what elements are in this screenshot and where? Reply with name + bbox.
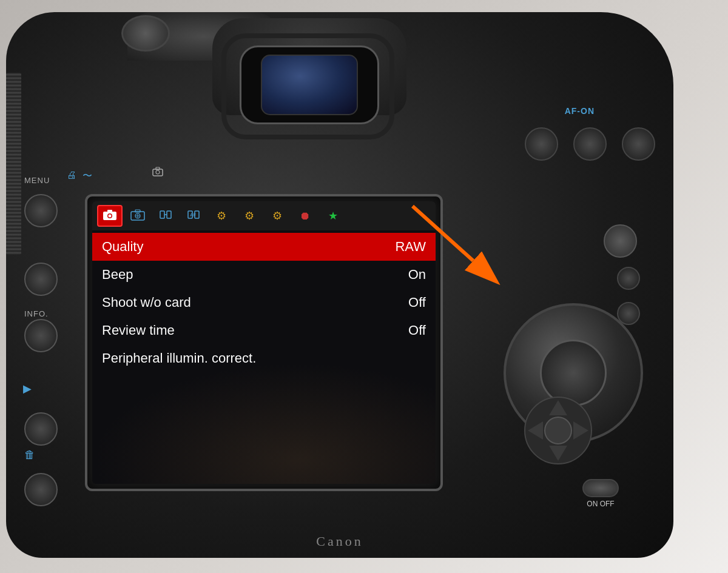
quality-label: Quality	[102, 239, 395, 255]
rear-button-2[interactable]	[617, 302, 640, 325]
shoot-wo-card-label: Shoot w/o card	[102, 295, 408, 310]
svg-point-6	[109, 214, 112, 217]
tab-shooting2[interactable]	[125, 205, 150, 227]
trash-icon: 🗑	[24, 449, 35, 461]
menu-label: MENU	[24, 176, 50, 185]
tab-custom3[interactable]: ⚙	[265, 205, 290, 227]
shoot-wo-card-value: Off	[408, 295, 426, 310]
svg-text:AF: AF	[190, 212, 196, 218]
beep-label: Beep	[102, 267, 408, 283]
quality-value: RAW	[395, 239, 426, 255]
rear-button-cluster	[617, 267, 640, 325]
peripheral-label: Peripheral illumin. correct.	[102, 350, 426, 366]
top-right-button-1[interactable]	[525, 127, 558, 161]
strap	[6, 73, 21, 255]
review-time-label: Review time	[102, 323, 408, 338]
menu-item-beep[interactable]: Beep On	[92, 261, 436, 289]
scene: AF-ON MENU 🖨 〜	[0, 0, 728, 573]
eyepiece-inner	[261, 55, 358, 115]
nav-icons: 🖨 〜	[67, 170, 92, 183]
four-way-nav	[522, 394, 595, 467]
tab-af2[interactable]: AF	[181, 205, 206, 227]
tab-shooting1[interactable]	[97, 205, 123, 227]
top-right-button-3[interactable]	[622, 127, 655, 161]
left-button-4[interactable]	[24, 412, 58, 446]
custom1-icon: ⚙	[217, 209, 226, 223]
tab-custom1[interactable]: ⚙	[209, 205, 234, 227]
tab-af1[interactable]	[153, 205, 178, 227]
top-dial[interactable]	[121, 15, 170, 52]
svg-rect-12	[160, 211, 164, 218]
camera-icon-small	[152, 167, 164, 178]
left-button-group	[24, 194, 58, 357]
tab-playback[interactable]: ⏺	[292, 205, 318, 227]
rear-button-1[interactable]	[617, 267, 640, 290]
svg-rect-13	[167, 211, 171, 218]
brand-text: Canon	[316, 534, 363, 549]
on-off-switch[interactable]	[582, 479, 619, 497]
reflection-overlay	[92, 363, 436, 484]
beep-value: On	[408, 267, 426, 283]
af-on-label: AF-ON	[565, 106, 595, 116]
top-right-button-2[interactable]	[573, 127, 607, 161]
af1-icon	[158, 209, 173, 224]
nav-center[interactable]	[545, 417, 571, 444]
star-icon: ★	[328, 209, 338, 223]
menu-item-quality[interactable]: Quality RAW	[92, 233, 436, 261]
eyepiece	[240, 45, 379, 124]
print-icon: 🖨	[67, 170, 76, 183]
tab-star[interactable]: ★	[320, 205, 346, 227]
custom2-icon: ⚙	[244, 209, 254, 223]
lcd-frame: AF ⚙ ⚙ ⚙ ⏺	[85, 194, 443, 491]
svg-point-1	[156, 170, 160, 174]
left-button-1[interactable]	[24, 194, 58, 227]
quick-control-button[interactable]	[604, 224, 637, 258]
svg-rect-5	[107, 210, 112, 212]
on-off-label: ON OFF	[582, 500, 619, 509]
on-off-area[interactable]: ON OFF	[582, 479, 619, 509]
shooting1-icon	[103, 209, 117, 224]
playback-icon: ⏺	[300, 210, 311, 223]
left-button-2[interactable]	[24, 263, 58, 296]
info-label: INFO.	[24, 309, 49, 318]
custom3-icon: ⚙	[272, 209, 282, 223]
wave-icon: 〜	[83, 170, 92, 183]
af2-icon: AF	[186, 209, 201, 224]
review-time-value: Off	[408, 323, 426, 338]
menu-item-review-time[interactable]: Review time Off	[92, 317, 436, 344]
tab-custom2[interactable]: ⚙	[237, 205, 262, 227]
menu-tabs: AF ⚙ ⚙ ⚙ ⏺	[92, 201, 436, 230]
shooting2-icon	[130, 209, 145, 224]
menu-item-shoot-wo-card[interactable]: Shoot w/o card Off	[92, 289, 436, 317]
lcd-screen: AF ⚙ ⚙ ⚙ ⏺	[92, 201, 436, 484]
top-right-buttons	[525, 127, 655, 161]
left-button-3[interactable]	[24, 319, 58, 352]
menu-items-container: Quality RAW Beep On Shoot w/o card Off	[92, 230, 436, 375]
camera-body: AF-ON MENU 🖨 〜	[6, 12, 673, 558]
menu-item-peripheral[interactable]: Peripheral illumin. correct.	[92, 344, 436, 372]
left-button-5[interactable]	[24, 473, 58, 506]
play-icon: ▶	[23, 382, 32, 395]
